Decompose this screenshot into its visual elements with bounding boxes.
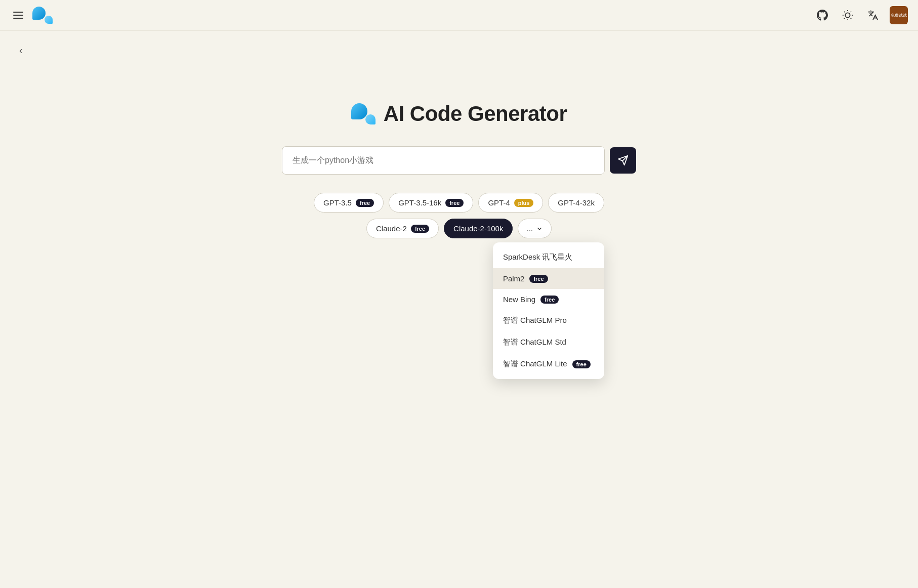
dropdown-item-chatglmlite[interactable]: 智谱 ChatGLM Lite free bbox=[493, 353, 604, 375]
svg-line-3 bbox=[844, 12, 845, 12]
model-claude2-100k[interactable]: Claude-2-100k bbox=[444, 219, 513, 238]
svg-line-4 bbox=[851, 18, 851, 19]
model-claude2-badge: free bbox=[411, 225, 429, 233]
main-content: AI Code Generator GPT-3.5 free GPT-3.5-1… bbox=[0, 31, 918, 238]
logo-bubble-large bbox=[32, 7, 46, 20]
model-claude2[interactable]: Claude-2 free bbox=[366, 219, 439, 238]
dropdown-item-newbing[interactable]: New Bing free bbox=[493, 289, 604, 310]
title-bubble-large bbox=[351, 103, 367, 119]
model-row-1: GPT-3.5 free GPT-3.5-16k free GPT-4 plus… bbox=[314, 193, 604, 213]
theme-toggle-button[interactable] bbox=[839, 7, 856, 24]
more-models-button[interactable]: ... bbox=[518, 219, 552, 238]
more-label: ... bbox=[526, 224, 533, 233]
title-logo-icon bbox=[351, 103, 375, 124]
svg-point-0 bbox=[845, 13, 850, 17]
palm2-label: Palm2 bbox=[503, 274, 525, 283]
dropdown-item-palm2[interactable]: Palm2 free bbox=[493, 268, 604, 289]
dropdown-item-chatglmstd[interactable]: 智谱 ChatGLM Std bbox=[493, 331, 604, 353]
model-gpt35-badge: free bbox=[356, 199, 374, 207]
newbing-badge: free bbox=[540, 296, 559, 304]
search-input[interactable] bbox=[282, 146, 605, 175]
svg-line-7 bbox=[844, 18, 845, 19]
dropdown-item-sparkdesk[interactable]: SparkDesk 讯飞星火 bbox=[493, 246, 604, 268]
header-left bbox=[10, 7, 53, 24]
header: 免费试试 bbox=[0, 0, 918, 31]
model-gpt432k-label: GPT-4-32k bbox=[558, 198, 595, 207]
model-gpt4-badge: plus bbox=[514, 199, 534, 207]
header-right: 免费试试 bbox=[814, 6, 908, 24]
dropdown-item-chatglmpro[interactable]: 智谱 ChatGLM Pro bbox=[493, 310, 604, 331]
model-dropdown: SparkDesk 讯飞星火 Palm2 free New Bing free … bbox=[493, 242, 604, 379]
avatar-text: 免费试试 bbox=[891, 13, 907, 18]
model-gpt3516k-label: GPT-3.5-16k bbox=[398, 198, 441, 207]
svg-line-8 bbox=[851, 12, 851, 12]
back-button[interactable]: ‹ bbox=[15, 40, 27, 60]
model-gpt35-label: GPT-3.5 bbox=[323, 198, 352, 207]
newbing-label: New Bing bbox=[503, 295, 535, 304]
page-title: AI Code Generator bbox=[384, 102, 567, 126]
search-container bbox=[282, 146, 636, 175]
palm2-badge: free bbox=[529, 275, 548, 283]
chatglmlite-badge: free bbox=[572, 360, 591, 368]
model-gpt4-label: GPT-4 bbox=[488, 198, 510, 207]
page-title-area: AI Code Generator bbox=[351, 102, 567, 126]
logo-icon bbox=[32, 7, 53, 24]
model-gpt432k[interactable]: GPT-4-32k bbox=[548, 193, 604, 213]
model-gpt4[interactable]: GPT-4 plus bbox=[478, 193, 543, 213]
chatglmstd-label: 智谱 ChatGLM Std bbox=[503, 338, 566, 347]
model-gpt35[interactable]: GPT-3.5 free bbox=[314, 193, 384, 213]
model-claude2-label: Claude-2 bbox=[376, 224, 407, 233]
model-gpt3516k-badge: free bbox=[445, 199, 464, 207]
chatglmpro-label: 智谱 ChatGLM Pro bbox=[503, 316, 567, 325]
title-bubble-small bbox=[365, 114, 375, 124]
menu-button[interactable] bbox=[10, 9, 26, 22]
model-claude2-100k-label: Claude-2-100k bbox=[453, 224, 503, 233]
avatar-button[interactable]: 免费试试 bbox=[890, 6, 908, 24]
logo bbox=[32, 7, 53, 24]
github-button[interactable] bbox=[814, 7, 831, 24]
model-row-2: Claude-2 free Claude-2-100k ... SparkDes… bbox=[366, 219, 552, 238]
model-selector: GPT-3.5 free GPT-3.5-16k free GPT-4 plus… bbox=[314, 193, 604, 238]
send-button[interactable] bbox=[610, 147, 636, 174]
chatglmlite-label: 智谱 ChatGLM Lite bbox=[503, 359, 567, 369]
translate-button[interactable] bbox=[864, 7, 882, 24]
sparkdesk-label: SparkDesk 讯飞星火 bbox=[503, 253, 573, 262]
model-gpt3516k[interactable]: GPT-3.5-16k free bbox=[389, 193, 473, 213]
logo-bubble-small bbox=[45, 16, 53, 24]
